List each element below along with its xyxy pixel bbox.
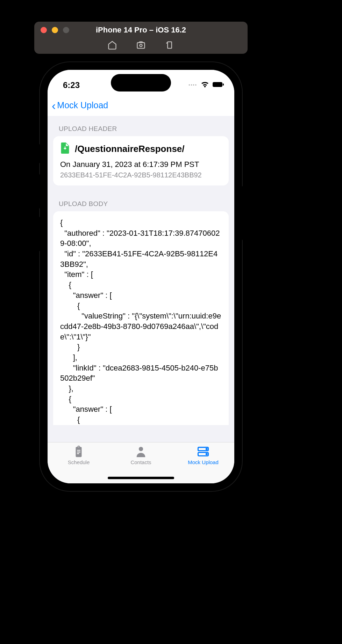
svg-point-9 bbox=[206, 454, 207, 455]
clipboard-icon bbox=[72, 445, 85, 458]
upload-header-section-label: UPLOAD HEADER bbox=[48, 116, 234, 136]
tab-mock-upload[interactable]: Mock Upload bbox=[172, 445, 234, 483]
simulator-window: iPhone 14 Pro – iOS 16.2 bbox=[34, 22, 248, 54]
phone-screen: 6:23 •••• ‹ Mock Upload UPLOAD HEADER bbox=[48, 70, 234, 483]
mute-switch bbox=[36, 144, 40, 163]
svg-rect-2 bbox=[168, 42, 172, 49]
simulator-toolbar bbox=[34, 38, 248, 54]
traffic-lights bbox=[34, 27, 69, 33]
dynamic-island bbox=[111, 74, 171, 92]
home-icon[interactable] bbox=[107, 40, 117, 50]
nav-bar: ‹ Mock Upload bbox=[48, 95, 234, 116]
back-label: Mock Upload bbox=[57, 100, 108, 110]
volume-down-button bbox=[36, 217, 40, 251]
status-right: •••• bbox=[188, 81, 225, 89]
wifi-icon bbox=[201, 81, 209, 89]
status-time: 6:23 bbox=[63, 80, 80, 90]
svg-point-5 bbox=[139, 447, 143, 451]
header-row: /QuestionnaireResponse/ bbox=[60, 142, 222, 155]
cellular-icon: •••• bbox=[188, 83, 197, 88]
svg-point-8 bbox=[206, 448, 207, 449]
minimize-icon[interactable] bbox=[52, 27, 58, 33]
upload-header-card: /QuestionnaireResponse/ On January 31, 2… bbox=[53, 136, 229, 185]
document-icon bbox=[60, 142, 70, 155]
upload-date: On January 31, 2023 at 6:17:39 PM PST bbox=[60, 160, 222, 169]
screenshot-icon[interactable] bbox=[136, 40, 146, 50]
svg-rect-0 bbox=[137, 43, 145, 48]
rotate-icon[interactable] bbox=[165, 40, 174, 50]
upload-uuid: 2633EB41-51FE-4C2A-92B5-98112E43BB92 bbox=[60, 171, 222, 179]
upload-body-card: { "authored" : "2023-01-31T18:17:39.8747… bbox=[53, 211, 229, 425]
maximize-icon[interactable] bbox=[63, 27, 69, 33]
tab-mock-upload-label: Mock Upload bbox=[188, 459, 219, 465]
server-icon bbox=[197, 445, 209, 458]
volume-up-button bbox=[36, 174, 40, 209]
svg-point-1 bbox=[140, 44, 142, 47]
content-scroll[interactable]: UPLOAD HEADER /QuestionnaireResponse/ On… bbox=[48, 116, 234, 442]
chevron-left-icon: ‹ bbox=[52, 100, 56, 111]
svg-rect-4 bbox=[223, 83, 224, 86]
tab-contacts-label: Contacts bbox=[130, 459, 151, 465]
battery-icon bbox=[213, 82, 225, 89]
upload-body-text: { "authored" : "2023-01-31T18:17:39.8747… bbox=[60, 218, 222, 425]
simulator-titlebar: iPhone 14 Pro – iOS 16.2 bbox=[34, 22, 248, 38]
tab-schedule[interactable]: Schedule bbox=[48, 445, 110, 483]
svg-rect-3 bbox=[213, 82, 222, 87]
power-button bbox=[242, 186, 245, 240]
back-button[interactable]: ‹ Mock Upload bbox=[50, 98, 109, 113]
home-indicator[interactable] bbox=[108, 477, 174, 479]
tab-schedule-label: Schedule bbox=[68, 459, 90, 465]
close-icon[interactable] bbox=[41, 27, 47, 33]
person-icon bbox=[135, 445, 147, 458]
upload-path: /QuestionnaireResponse/ bbox=[75, 144, 185, 154]
phone-frame: 6:23 •••• ‹ Mock Upload UPLOAD HEADER bbox=[40, 62, 242, 491]
upload-body-section-label: UPLOAD BODY bbox=[48, 185, 234, 211]
